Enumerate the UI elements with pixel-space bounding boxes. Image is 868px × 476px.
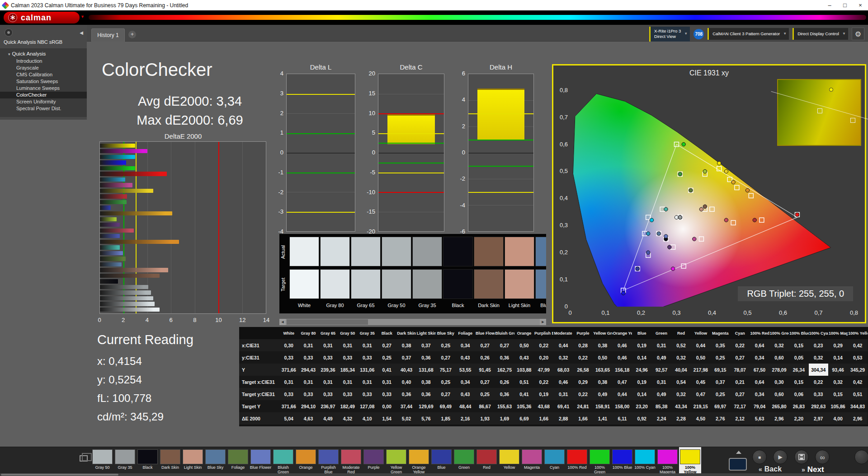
table-cell[interactable]: 1,54 [377, 412, 396, 425]
sidebar-item-colorchecker[interactable]: ColorChecker [0, 92, 87, 98]
table-cell[interactable]: 2,88 [553, 412, 573, 425]
swatch-scrollbar[interactable]: ◀ ▶ [279, 319, 546, 325]
table-cell[interactable]: 129,69 [416, 400, 436, 412]
table-cell[interactable]: 0,31 [377, 376, 396, 388]
table-cell[interactable]: 0,64 [750, 339, 769, 351]
table-cell[interactable]: 0,44 [613, 388, 632, 400]
table-cell[interactable]: 0,05 [789, 351, 808, 364]
table-cell[interactable]: 0,33 [338, 388, 357, 400]
table-cell[interactable]: 0,50 [514, 339, 534, 351]
table-cell[interactable]: 0,27 [730, 351, 750, 364]
more-button[interactable] [854, 450, 868, 464]
table-cell[interactable]: 2,76 [711, 412, 730, 425]
table-cell[interactable]: 0,28 [573, 339, 593, 351]
table-cell[interactable]: 2,12 [730, 412, 750, 425]
table-cell[interactable]: 2,28 [671, 412, 691, 425]
palette-patch-blue-flower[interactable]: Blue Flower [250, 447, 272, 476]
palette-patch-100-red[interactable]: 100% Red [566, 447, 588, 476]
display-window-button[interactable] [729, 458, 747, 471]
scroll-left-icon[interactable]: ◀ [279, 319, 286, 325]
palette-patch-blue[interactable]: Blue [430, 447, 453, 476]
table-cell[interactable]: 345,29 [848, 364, 868, 376]
table-cell[interactable]: 1,66 [573, 412, 593, 425]
table-cell[interactable]: 0,23 [809, 339, 828, 351]
palette-patch-black[interactable]: Black [137, 447, 159, 476]
table-cell[interactable]: 0,44 [691, 339, 710, 351]
table-cell[interactable]: 0,64 [750, 376, 769, 388]
table-cell[interactable]: 0,47 [613, 376, 632, 388]
table-cell[interactable]: 0,46 [613, 339, 632, 351]
table-cell[interactable]: 53,55 [456, 364, 475, 376]
table-cell[interactable]: 0,60 [769, 351, 789, 364]
table-cell[interactable]: 75,17 [436, 364, 455, 376]
table-cell[interactable]: 91,45 [475, 364, 495, 376]
meter-dropdown[interactable]: X-Rite i1Pro 3 Direct View ▼ [649, 27, 690, 42]
palette-patch-100-magenta[interactable]: 100% Magenta [656, 447, 679, 476]
table-cell[interactable]: 0,29 [573, 376, 593, 388]
table-cell[interactable]: 2,97 [809, 412, 828, 425]
table-cell[interactable]: 294,43 [298, 364, 318, 376]
table-cell[interactable]: 0,25 [711, 388, 730, 400]
table-cell[interactable]: 105,36 [514, 400, 534, 412]
table-cell[interactable]: 0,34 [456, 339, 475, 351]
table-cell[interactable]: 0,25 [711, 351, 730, 364]
table-cell[interactable]: 1,41 [593, 412, 612, 425]
palette-patch-gray-35[interactable]: Gray 35 [114, 447, 136, 476]
table-cell[interactable]: 0,22 [730, 339, 750, 351]
table-cell[interactable]: 0,27 [730, 388, 750, 400]
table-cell[interactable]: 0,31 [318, 376, 338, 388]
palette-patch-orange[interactable]: Orange [295, 447, 317, 476]
table-cell[interactable]: 0,32 [553, 351, 573, 364]
table-cell[interactable]: 1,69 [495, 412, 514, 425]
palette-patch-light-skin[interactable]: Light Skin [182, 447, 204, 476]
table-cell[interactable]: 0,22 [573, 388, 593, 400]
table-cell[interactable]: 131,06 [358, 364, 377, 376]
table-cell[interactable]: 0,42 [848, 339, 868, 351]
table-cell[interactable]: 0,31 [279, 376, 298, 388]
table-cell[interactable]: 0,27 [495, 339, 514, 351]
table-cell[interactable]: 278,09 [769, 364, 789, 376]
table-cell[interactable]: 0,30 [769, 376, 789, 388]
table-cell[interactable]: 0,30 [279, 339, 298, 351]
table-cell[interactable]: 131,68 [416, 364, 436, 376]
table-cell[interactable]: 4,63 [298, 412, 318, 425]
table-cell[interactable]: 371,66 [279, 364, 298, 376]
palette-patch-purplish-blue[interactable]: Purplish Blue [317, 447, 340, 476]
table-cell[interactable]: 23,20 [632, 400, 651, 412]
stop-button[interactable]: ■ [752, 450, 767, 464]
table-cell[interactable]: 0,33 [318, 388, 338, 400]
table-cell[interactable]: 0,44 [553, 339, 573, 351]
maximize-button[interactable]: □ [837, 0, 853, 10]
table-cell[interactable]: 79,04 [750, 400, 769, 412]
table-cell[interactable]: 162,75 [495, 364, 514, 376]
table-cell[interactable]: 163,65 [593, 364, 612, 376]
table-cell[interactable]: 68,03 [553, 364, 573, 376]
workflow-options-button[interactable] [5, 28, 13, 37]
table-cell[interactable]: 6,69 [514, 412, 534, 425]
table-cell[interactable]: 0,19 [632, 376, 651, 388]
table-cell[interactable]: 155,63 [495, 400, 514, 412]
table-cell[interactable]: 292,63 [809, 400, 828, 412]
table-cell[interactable]: 219,15 [691, 400, 710, 412]
table-cell[interactable]: 0,25 [377, 351, 396, 364]
sidebar-item-introduction[interactable]: Introduction [0, 58, 87, 65]
calman-menu-caret-icon[interactable]: ▼ [80, 14, 85, 19]
pattern-generator-dropdown[interactable]: CalMAN Client 3 Pattern Generator ▼ [708, 28, 789, 40]
table-cell[interactable]: 2,96 [848, 412, 868, 425]
table-cell[interactable]: 0,20 [534, 351, 553, 364]
table-cell[interactable]: 185,34 [338, 364, 357, 376]
table-cell[interactable]: 0,40 [396, 376, 416, 388]
palette-patch-blue-sky[interactable]: Blue Sky [204, 447, 226, 476]
table-cell[interactable]: 0,33 [298, 388, 318, 400]
table-cell[interactable]: 0,06 [789, 388, 808, 400]
table-cell[interactable]: 0,19 [632, 339, 651, 351]
table-cell[interactable]: 72,17 [730, 400, 750, 412]
table-cell[interactable]: 0,31 [298, 339, 318, 351]
continuous-measure-button[interactable]: ∞ [815, 450, 830, 464]
table-cell[interactable]: 4,10 [358, 412, 377, 425]
close-button[interactable]: × [853, 0, 868, 10]
next-button[interactable]: »Next [802, 465, 824, 474]
table-cell[interactable]: 0,32 [769, 339, 789, 351]
table-cell[interactable]: 158,00 [613, 400, 632, 412]
table-cell[interactable]: 0,00 [377, 400, 396, 412]
